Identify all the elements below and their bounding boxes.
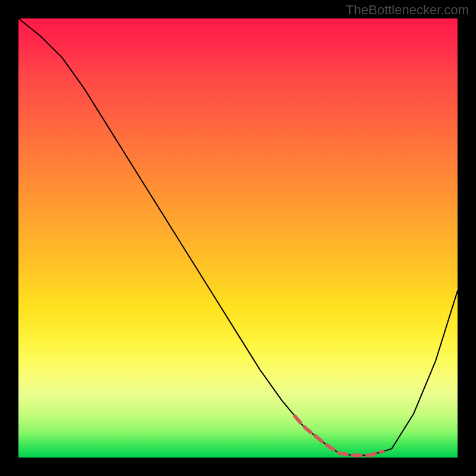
bottleneck-curve-line [18,18,458,455]
watermark-text: TheBottlenecker.com [346,2,469,18]
chart-svg [18,18,458,458]
bottleneck-curve-highlight [295,416,383,456]
chart-plot-area [18,18,458,458]
